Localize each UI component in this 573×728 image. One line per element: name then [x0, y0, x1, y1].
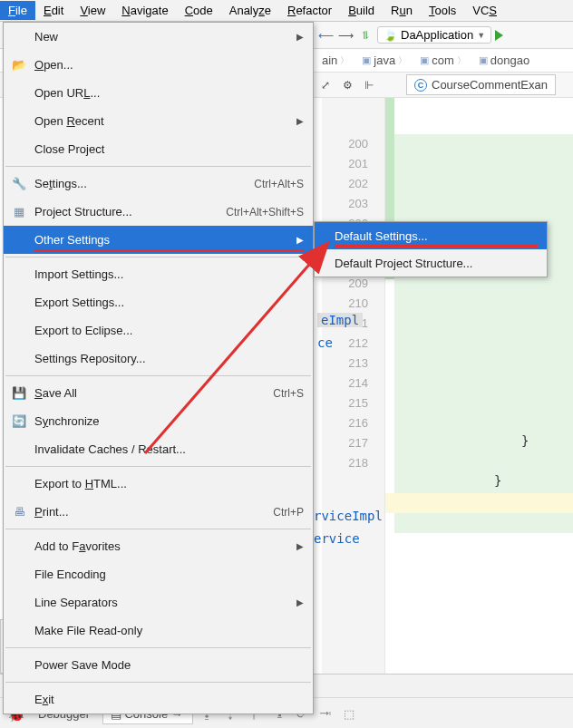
menu-tools[interactable]: Tools	[421, 1, 464, 20]
menu-code[interactable]: Code	[177, 1, 221, 20]
folder-icon: ▣	[479, 54, 488, 66]
gear-icon[interactable]: ⚙	[339, 77, 355, 93]
menu-view[interactable]: View	[72, 1, 113, 20]
menu-readonly[interactable]: Make File Read-only	[4, 616, 313, 645]
code-brace: }	[521, 433, 529, 448]
print-icon: 🖶	[11, 505, 27, 519]
submenu-default-project-structure[interactable]: Default Project Structure...	[315, 249, 547, 277]
structure-icon: ▦	[11, 205, 27, 218]
submenu-default-settings[interactable]: Default Settings...	[315, 222, 547, 249]
line-number: 202	[322, 174, 368, 194]
menu-run[interactable]: Run	[383, 1, 421, 20]
chevron-down-icon: ▼	[477, 31, 485, 40]
code-area[interactable]: } }	[385, 98, 573, 674]
menu-open-recent[interactable]: Open Recent▶	[4, 107, 313, 135]
code-fragment: ce	[317, 335, 333, 350]
run-button[interactable]	[495, 30, 503, 41]
menu-open[interactable]: 📂Open...	[4, 51, 313, 79]
menu-settings[interactable]: 🔧Settings...Ctrl+Alt+S	[4, 170, 313, 198]
submenu-arrow-icon: ▶	[296, 541, 304, 551]
wrench-icon: 🔧	[11, 177, 27, 190]
menu-export-html[interactable]: Export to HTML...	[4, 470, 313, 498]
line-number: 216	[322, 413, 368, 433]
evaluate-icon[interactable]: ⬚	[340, 704, 358, 723]
build-icon[interactable]: ⥮	[357, 27, 374, 44]
annotation-underline	[34, 249, 304, 252]
chevron-right-icon: 〉	[457, 54, 466, 67]
chevron-right-icon: 〉	[398, 54, 407, 67]
current-line-highlight	[385, 493, 573, 513]
menu-print[interactable]: 🖶Print...Ctrl+P	[4, 498, 313, 526]
folder-icon: ▣	[420, 54, 429, 66]
menu-edit[interactable]: Edit	[35, 1, 72, 20]
menu-build[interactable]: Build	[340, 1, 383, 20]
menu-import-settings[interactable]: Import Settings...	[4, 260, 313, 288]
menu-separator	[5, 466, 311, 467]
menu-separator	[5, 529, 311, 529]
editor-area: 200 201 202 203 206 207 208 209 210 211 …	[322, 98, 573, 674]
crumb-dongao[interactable]: ▣dongao	[474, 53, 534, 68]
tab-label: CourseCommentExan	[432, 78, 548, 92]
menu-export-settings[interactable]: Export Settings...	[4, 288, 313, 316]
run-to-cursor-icon[interactable]: ⭲	[316, 704, 335, 723]
editor-tab[interactable]: C CourseCommentExan	[406, 74, 556, 95]
menu-project-structure[interactable]: ▦Project Structure...Ctrl+Alt+Shift+S	[4, 198, 313, 226]
settings-icon[interactable]: ⊩	[361, 77, 377, 93]
code-fragment: rviceImpl	[314, 509, 383, 523]
line-number: 218	[322, 453, 368, 473]
menu-file[interactable]: File	[0, 1, 35, 20]
line-number: 201	[322, 154, 368, 174]
line-gutter: 200 201 202 203 206 207 208 209 210 211 …	[322, 98, 385, 674]
submenu-arrow-icon: ▶	[296, 116, 304, 126]
line-number: 213	[322, 354, 368, 374]
crumb-com[interactable]: ▣com〉	[415, 53, 471, 68]
line-number: 203	[322, 194, 368, 214]
line-number: 200	[322, 134, 368, 154]
menu-synchronize[interactable]: 🔄Synchronize	[4, 407, 313, 435]
menu-save-all[interactable]: 💾Save AllCtrl+S	[4, 379, 313, 407]
folder-open-icon: 📂	[11, 58, 27, 72]
submenu-arrow-icon: ▶	[296, 235, 304, 245]
save-icon: 💾	[11, 386, 27, 400]
menu-exit[interactable]: Exit	[4, 685, 313, 713]
menu-analyze[interactable]: Analyze	[221, 1, 279, 20]
code-fragment: eImpl	[317, 313, 363, 327]
crumb-java[interactable]: ▣java〉	[357, 53, 412, 68]
diff-block	[394, 134, 573, 533]
code-fragment: ervice	[314, 531, 360, 546]
sync-icon: 🔄	[11, 414, 27, 428]
annotation-underline	[335, 245, 538, 248]
menu-export-eclipse[interactable]: Export to Eclipse...	[4, 316, 313, 345]
file-menu-dropdown: New▶ 📂Open... Open URL... Open Recent▶ C…	[3, 22, 314, 714]
menu-separator	[5, 682, 311, 683]
menu-file-encoding[interactable]: File Encoding	[4, 560, 313, 588]
line-number: 215	[322, 393, 368, 413]
menu-invalidate[interactable]: Invalidate Caches / Restart...	[4, 435, 313, 463]
submenu-arrow-icon: ▶	[296, 597, 304, 607]
chevron-right-icon: 〉	[340, 54, 349, 67]
line-number: 214	[322, 374, 368, 393]
back-icon[interactable]: ⟵	[317, 27, 334, 44]
menu-line-separators[interactable]: Line Separators▶	[4, 588, 313, 616]
crumb-ain[interactable]: ain〉	[317, 53, 354, 68]
line-number: 217	[322, 433, 368, 453]
code-brace: }	[494, 473, 501, 488]
expand-icon[interactable]: ⤢	[317, 77, 334, 93]
menu-vcs[interactable]: VCS	[464, 1, 505, 20]
menu-new[interactable]: New▶	[4, 23, 313, 51]
menu-close-project[interactable]: Close Project	[4, 135, 313, 163]
menu-add-favorites[interactable]: Add to Favorites▶	[4, 532, 313, 560]
menu-separator	[5, 647, 311, 648]
menu-refactor[interactable]: Refactor	[279, 1, 340, 20]
class-icon: C	[414, 79, 427, 92]
menu-bar: File Edit View Navigate Code Analyze Ref…	[0, 0, 573, 22]
forward-icon[interactable]: ⟶	[337, 27, 354, 44]
run-config-selector[interactable]: 🍃 DaApplication ▼	[377, 26, 491, 44]
menu-power-save[interactable]: Power Save Mode	[4, 651, 313, 679]
menu-open-url[interactable]: Open URL...	[4, 79, 313, 107]
menu-navigate[interactable]: Navigate	[113, 1, 176, 20]
line-number: 210	[322, 294, 368, 314]
submenu-arrow-icon: ▶	[296, 32, 304, 42]
menu-other-settings[interactable]: Other Settings▶	[4, 226, 313, 254]
menu-settings-repo[interactable]: Settings Repository...	[4, 345, 313, 373]
